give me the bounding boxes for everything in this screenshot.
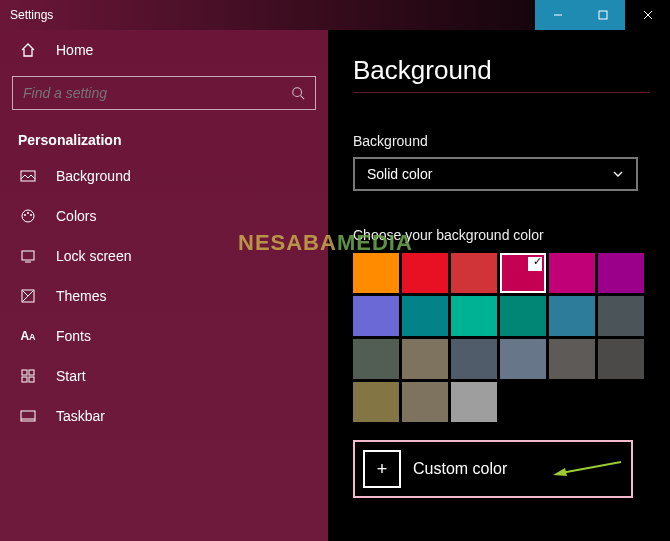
sidebar-item-start[interactable]: Start [10,356,318,396]
svg-rect-11 [22,251,34,260]
svg-rect-1 [599,11,607,19]
sidebar-item-lockscreen[interactable]: Lock screen [10,236,318,276]
color-swatch[interactable] [549,339,595,379]
minimize-button[interactable] [535,0,580,30]
color-swatch[interactable] [402,339,448,379]
color-section: Choose your background color + Custom co… [353,227,650,498]
sidebar-category: Personalization [10,122,318,156]
svg-point-10 [30,214,32,216]
sidebar-item-label: Lock screen [56,248,131,264]
sidebar-item-label: Themes [56,288,107,304]
minimize-icon [553,10,563,20]
sidebar-item-label: Taskbar [56,408,105,424]
svg-rect-15 [29,370,34,375]
custom-color-button[interactable]: + Custom color [353,440,633,498]
color-swatch[interactable] [402,296,448,336]
color-swatch[interactable] [500,339,546,379]
lockscreen-icon [18,248,38,264]
sidebar-item-label: Background [56,168,131,184]
plus-icon: + [363,450,401,488]
color-swatch[interactable] [353,339,399,379]
svg-point-4 [293,88,302,97]
color-swatch[interactable] [451,339,497,379]
dropdown-value: Solid color [367,166,432,182]
color-swatches [353,253,647,422]
themes-icon [18,288,38,304]
color-swatch[interactable] [549,296,595,336]
color-swatch[interactable] [598,296,644,336]
color-swatch[interactable] [500,253,546,293]
color-swatch[interactable] [451,253,497,293]
color-swatch[interactable] [598,253,644,293]
background-dropdown[interactable]: Solid color [353,157,638,191]
background-field-label: Background [353,133,650,149]
svg-line-5 [301,96,305,100]
start-icon [18,368,38,384]
picture-icon [18,168,38,184]
svg-point-7 [22,210,34,222]
sidebar-item-label: Fonts [56,328,91,344]
home-icon [18,42,38,58]
search-icon [291,86,305,100]
choose-color-label: Choose your background color [353,227,650,243]
main-panel: Background Background Solid color Choose… [328,30,670,541]
maximize-icon [598,10,608,20]
content: Home Personalization Background Colors L… [0,30,670,541]
palette-icon [18,208,38,224]
svg-point-9 [27,212,29,214]
title-divider [353,92,650,93]
svg-marker-21 [553,468,567,476]
titlebar: Settings [0,0,670,30]
color-swatch[interactable] [402,382,448,422]
color-swatch[interactable] [402,253,448,293]
color-swatch[interactable] [451,296,497,336]
search-box[interactable] [12,76,316,110]
close-icon [643,10,653,20]
svg-rect-16 [22,377,27,382]
annotation-arrow [553,459,623,479]
taskbar-icon [18,408,38,424]
sidebar-item-label: Colors [56,208,96,224]
svg-point-8 [24,214,26,216]
color-swatch[interactable] [598,339,644,379]
sidebar-item-home[interactable]: Home [10,30,318,70]
svg-line-20 [561,462,621,473]
sidebar-item-colors[interactable]: Colors [10,196,318,236]
chevron-down-icon [612,168,624,180]
sidebar-item-themes[interactable]: Themes [10,276,318,316]
sidebar-item-fonts[interactable]: AA Fonts [10,316,318,356]
page-title: Background [353,55,650,86]
color-swatch[interactable] [353,296,399,336]
sidebar-item-label: Home [56,42,93,58]
color-swatch[interactable] [353,382,399,422]
sidebar-item-background[interactable]: Background [10,156,318,196]
custom-color-label: Custom color [413,460,507,478]
svg-rect-17 [29,377,34,382]
color-swatch[interactable] [451,382,497,422]
sidebar-item-taskbar[interactable]: Taskbar [10,396,318,436]
color-swatch[interactable] [500,296,546,336]
close-button[interactable] [625,0,670,30]
svg-rect-14 [22,370,27,375]
color-swatch[interactable] [549,253,595,293]
svg-rect-6 [21,171,35,181]
sidebar: Home Personalization Background Colors L… [0,30,328,541]
color-swatch[interactable] [353,253,399,293]
search-input[interactable] [23,85,291,101]
fonts-icon: AA [18,329,38,343]
titlebar-label: Settings [10,8,53,22]
maximize-button[interactable] [580,0,625,30]
sidebar-item-label: Start [56,368,86,384]
